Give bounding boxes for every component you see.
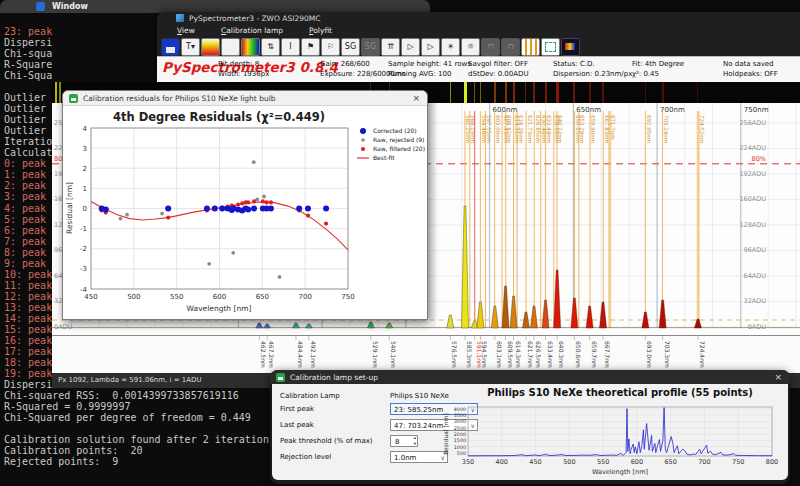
spectral-line <box>545 82 547 103</box>
spectrum-peak <box>292 323 299 328</box>
spinner-arrows-icon[interactable]: ▴▾ <box>414 435 416 447</box>
svg-text:700: 700 <box>698 458 710 466</box>
text-overlay-icon[interactable]: T▾ <box>181 38 200 56</box>
spectral-line <box>662 82 664 103</box>
waterfall-view-icon[interactable] <box>241 38 260 56</box>
svg-text:Raw, rejected (9): Raw, rejected (9) <box>373 136 424 144</box>
step-up-icon[interactable]: ⊓ <box>481 38 500 56</box>
svg-text:Wavelength [nm]: Wavelength [nm] <box>187 304 252 313</box>
residuals-dialog-title: Calibration residuals for Philips S10 Ne… <box>83 91 276 105</box>
menu-item-polyfit[interactable]: Polyfit <box>305 24 336 36</box>
spectrum-view-icon[interactable] <box>201 38 220 56</box>
field-label: Rejection level <box>280 451 331 464</box>
savgol-on-icon[interactable]: SG <box>341 38 360 56</box>
spectrum-peak <box>462 206 469 328</box>
close-icon[interactable]: × <box>412 91 420 105</box>
spectral-line <box>474 82 475 103</box>
window-titlebar[interactable]: PySpectrometer3 - ZWO ASI290MC <box>157 12 800 24</box>
lamp-dialog-body: Calibration LampPhilips S10 NeXeFirst pe… <box>272 384 788 480</box>
svg-text:750nm: 750nm <box>744 106 769 114</box>
play-icon[interactable]: ▷ <box>401 38 420 56</box>
svg-text:529.1nm: 529.1nm <box>372 341 379 368</box>
info-column: Savgol filter: OFF dStDev: 0.00ADU <box>468 59 529 79</box>
svg-text:650.6nm: 650.6nm <box>575 341 582 368</box>
spectral-line <box>480 82 481 103</box>
info-column: Sample height: 41 rows Running AVG: 100 <box>388 59 471 79</box>
step-down-icon[interactable]: ⊓ <box>501 38 520 56</box>
svg-text:350: 350 <box>462 458 474 466</box>
svg-text:633.4nm: 633.4nm <box>547 341 554 368</box>
spectral-line <box>556 82 559 103</box>
field-label: First peak <box>280 403 314 416</box>
svg-text:700: 700 <box>298 293 311 301</box>
peak-width-icon[interactable]: ⇈ <box>381 38 400 56</box>
brightness-icon[interactable]: ☀ <box>441 38 460 56</box>
savgol-off-icon[interactable]: SG <box>361 38 380 56</box>
calibration-lines-icon[interactable] <box>521 38 540 56</box>
svg-text:Philips S10 NeXe theoretical p: Philips S10 NeXe theoretical profile (55… <box>487 387 753 398</box>
app-icon <box>176 14 184 22</box>
svg-text:450: 450 <box>529 458 541 466</box>
svg-text:600: 600 <box>213 293 226 301</box>
spectral-line <box>505 82 507 103</box>
pyspectrometer-window: PySpectrometer3 - ZWO ASI290MC ViewCalib… <box>157 12 800 82</box>
residuals-dialog-titlebar[interactable]: Calibration residuals for Philips S10 Ne… <box>63 91 427 106</box>
save-icon[interactable] <box>161 38 180 56</box>
combo-rejection-level[interactable]: 1.0nm∨ <box>390 451 448 463</box>
chevron-down-icon[interactable]: ∨ <box>441 452 445 464</box>
spectrum-peak <box>600 302 607 328</box>
svg-text:800: 800 <box>766 458 778 466</box>
svg-text:597.55nm: 597.55nm <box>486 115 492 143</box>
peak-hold-icon[interactable]: ⚑ <box>301 38 320 56</box>
spectrum-peak <box>447 315 454 328</box>
spectrum-peak <box>554 270 561 328</box>
sample-height-icon[interactable]: Ι <box>281 38 300 56</box>
svg-text:96ADU: 96ADU <box>744 246 767 254</box>
chevron-down-icon[interactable]: ∨ <box>471 404 475 416</box>
spectrum-peak <box>571 298 578 328</box>
svg-text:650nm: 650nm <box>576 106 601 114</box>
menu-item-view[interactable]: View <box>173 24 199 36</box>
spectrum-peak <box>491 306 498 328</box>
svg-text:192ADU: 192ADU <box>739 170 766 178</box>
svg-text:626.5nm: 626.5nm <box>535 341 542 368</box>
spectrum-peak <box>502 286 509 328</box>
spectral-line <box>494 82 496 103</box>
svg-text:640.3nm: 640.3nm <box>558 341 565 368</box>
play-fast-icon[interactable]: ▷ <box>421 38 440 56</box>
svg-text:0ADU: 0ADU <box>54 323 73 331</box>
dialog-icon <box>276 373 285 382</box>
lamp-dialog-titlebar[interactable]: Calibration lamp set-up × <box>270 370 790 384</box>
close-icon[interactable]: × <box>774 370 782 384</box>
vertical-adjust-icon[interactable]: ⇅ <box>261 38 280 56</box>
svg-text:603.1nm: 603.1nm <box>496 341 503 368</box>
dialog-icon <box>69 94 78 103</box>
svg-text:621.73nm: 621.73nm <box>527 115 533 143</box>
overlay-box-icon[interactable] <box>541 38 560 56</box>
combo-first-peak[interactable]: 23: 585.25nm∨ <box>390 403 478 415</box>
spectral-line-sliver <box>59 82 61 103</box>
svg-text:256ADU: 256ADU <box>739 119 766 127</box>
spectral-line <box>645 82 646 103</box>
svg-text:585.3nm: 585.3nm <box>466 341 473 368</box>
blank-view-icon[interactable] <box>221 38 240 56</box>
field-label: Peak threshold (% of max) <box>280 435 373 448</box>
chevron-down-icon[interactable]: ∨ <box>471 420 475 432</box>
info-bar: PySpectrometer3 0.8.4 Bit depth: 8 Width… <box>157 56 800 83</box>
exposure-icon[interactable]: ☼ <box>461 38 480 56</box>
svg-text:724.4nm: 724.4nm <box>699 341 706 368</box>
spinbox-peak-threshold[interactable]: 8▴▾ <box>390 435 418 447</box>
svg-text:750: 750 <box>341 293 354 301</box>
spectral-line <box>513 82 515 103</box>
display-icon[interactable] <box>561 38 580 56</box>
terminal-line: Chi-squared RSS: 0.0014399733857619116 <box>4 390 275 401</box>
peak-flag-icon[interactable]: ⚐ <box>321 38 340 56</box>
svg-text:576.5nm: 576.5nm <box>451 341 458 368</box>
menu-item-calibration-lamp[interactable]: Calibration lamp <box>217 24 287 36</box>
combo-last-peak[interactable]: 47: 703.24nm∨ <box>390 419 478 431</box>
svg-text:633.44nm: 633.44nm <box>546 115 552 143</box>
svg-text:653.29nm: 653.29nm <box>579 115 585 143</box>
info-column: No data saved Holdpeaks: OFF <box>723 59 778 79</box>
svg-text:-3: -3 <box>80 265 87 273</box>
svg-text:467.2nm: 467.2nm <box>268 341 275 368</box>
